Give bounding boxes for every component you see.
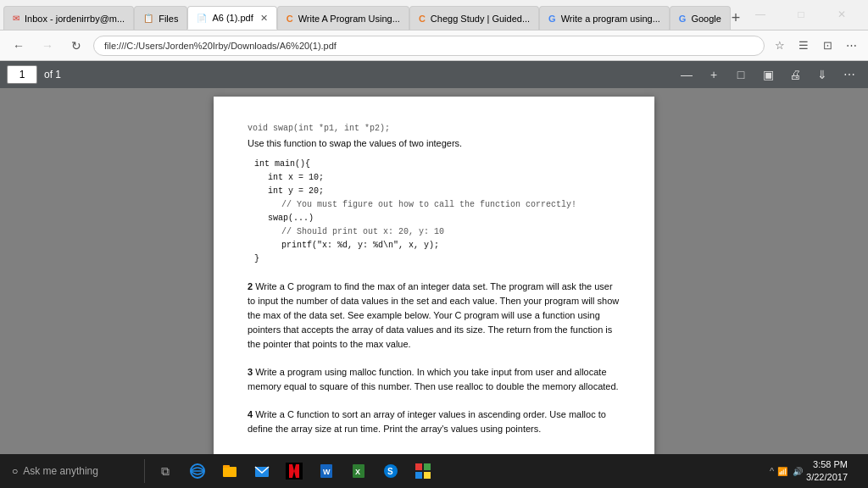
taskbar-excel-icon[interactable]: X xyxy=(343,456,374,486)
pdf-icon: 📄 xyxy=(197,14,207,23)
tab-pdf[interactable]: 📄 A6 (1).pdf ✕ xyxy=(187,6,276,30)
svg-rect-7 xyxy=(296,464,299,478)
bookmark-icon[interactable]: ☆ xyxy=(770,36,790,56)
tab-google-write-label: Write a program using... xyxy=(561,14,660,24)
section-3-number: 3 xyxy=(248,367,253,377)
taskbar-search[interactable]: ○ Ask me anything xyxy=(3,458,139,485)
system-icons: 📶 🔊 xyxy=(777,467,803,476)
chegg-write-icon: C xyxy=(287,14,293,24)
taskbar-netflix-icon[interactable] xyxy=(279,456,309,486)
code-line-1: int main(){ xyxy=(254,158,614,171)
code-line-7: printf("x: %d, y: %d\n", x, y); xyxy=(254,239,614,252)
section-3: 3 Write a program using malloc function.… xyxy=(248,365,620,394)
back-button[interactable]: ← xyxy=(7,34,31,58)
address-input[interactable] xyxy=(93,36,765,56)
page-number-input[interactable] xyxy=(7,65,37,84)
volume-icon[interactable]: 🔊 xyxy=(793,467,803,476)
tab-chegg-write-label: Write A Program Using... xyxy=(298,14,400,24)
mail-icon xyxy=(253,463,270,480)
section-4: 4 Write a C function to sort an array of… xyxy=(248,408,620,436)
tab-chegg-study-label: Chegg Study | Guided... xyxy=(431,14,530,24)
tab-chegg-write[interactable]: C Write A Program Using... xyxy=(277,6,409,30)
use-function-text: Use this function to swap the values of … xyxy=(248,136,620,151)
code-line-3: int y = 20; xyxy=(254,185,614,198)
minimize-button[interactable]: — xyxy=(741,0,780,30)
code-line-5: swap(...) xyxy=(254,212,614,225)
show-desktop-button[interactable] xyxy=(851,456,858,486)
chegg-study-icon: C xyxy=(419,14,426,24)
page-bar: of 1 — + □ ▣ 🖨 ⇓ ⋯ xyxy=(0,61,868,88)
svg-rect-15 xyxy=(415,463,422,470)
netflix-icon xyxy=(286,463,303,480)
show-hidden-icons[interactable]: ^ xyxy=(770,466,774,476)
svg-text:X: X xyxy=(355,468,360,476)
clock-date: 3/22/2017 xyxy=(806,471,848,484)
search-circle-icon: ○ xyxy=(12,465,18,477)
new-tab-button[interactable]: + xyxy=(731,6,741,30)
section-3-text: 3 Write a program using malloc function.… xyxy=(248,365,620,394)
google-write-icon: G xyxy=(548,14,556,24)
tab-files[interactable]: 📋 Files xyxy=(134,6,187,30)
address-icons: ☆ ☰ ⊡ ⋯ xyxy=(770,36,861,56)
more-icon[interactable]: ⋯ xyxy=(841,36,861,56)
svg-rect-3 xyxy=(223,465,230,468)
task-view-button[interactable]: ⧉ xyxy=(150,456,181,486)
fit-page-button[interactable]: □ xyxy=(729,63,753,86)
pdf-area: void swap(int *p1, int *p2); Use this fu… xyxy=(0,88,868,454)
maximize-button[interactable]: □ xyxy=(782,0,821,30)
taskbar-divider xyxy=(144,459,145,483)
tab-google-label: Google xyxy=(691,14,721,24)
taskbar-mail-icon[interactable] xyxy=(247,456,277,486)
taskbar-skype-icon[interactable]: S xyxy=(376,456,406,486)
settings-icon[interactable]: ☰ xyxy=(793,36,814,56)
print-button[interactable]: 🖨 xyxy=(783,63,807,86)
tab-pdf-label: A6 (1).pdf xyxy=(212,13,253,23)
taskbar-word-icon[interactable]: W xyxy=(311,456,342,486)
taskbar-ie-icon[interactable] xyxy=(182,456,213,486)
notification-area: ^ xyxy=(770,466,774,476)
tab-chegg-study[interactable]: C Chegg Study | Guided... xyxy=(409,6,539,30)
tab-google-write[interactable]: G Write a program using... xyxy=(539,6,670,30)
clock-time: 3:58 PM xyxy=(806,458,848,471)
cast-icon[interactable]: ⊡ xyxy=(817,36,837,56)
tab-google[interactable]: G Google xyxy=(670,6,731,30)
taskbar: ○ Ask me anything ⧉ xyxy=(0,454,868,488)
svg-text:W: W xyxy=(323,468,331,476)
section-2-number: 2 xyxy=(248,281,253,291)
zoom-in-button[interactable]: + xyxy=(702,63,726,86)
section-4-number: 4 xyxy=(248,409,253,419)
taskbar-explorer-icon[interactable] xyxy=(214,456,245,486)
system-tray: ^ 📶 🔊 3:58 PM 3/22/2017 xyxy=(770,456,865,486)
zoom-out-button[interactable]: — xyxy=(675,63,698,86)
forward-button[interactable]: → xyxy=(36,34,59,58)
svg-rect-18 xyxy=(424,472,431,479)
excel-icon: X xyxy=(350,463,367,480)
download-button[interactable]: ⇓ xyxy=(810,63,834,86)
close-button[interactable]: ✕ xyxy=(822,0,861,30)
tab-gmail[interactable]: ✉ Inbox - jordenirrby@m... xyxy=(3,6,134,30)
color-icon xyxy=(415,463,431,480)
code-line-6: // Should print out x: 20, y: 10 xyxy=(254,225,614,239)
total-pages: of 1 xyxy=(44,69,61,80)
fit-width-button[interactable]: ▣ xyxy=(756,63,780,86)
tab-files-label: Files xyxy=(159,14,178,24)
svg-rect-6 xyxy=(289,464,292,478)
taskbar-color-icon[interactable] xyxy=(408,456,438,486)
google-icon: G xyxy=(679,14,687,24)
svg-text:S: S xyxy=(387,467,393,476)
code-line-2: int x = 10; xyxy=(254,171,614,185)
svg-rect-16 xyxy=(424,463,431,470)
page-controls: — + □ ▣ 🖨 ⇓ ⋯ xyxy=(675,63,861,86)
section-4-text: 4 Write a C function to sort an array of… xyxy=(248,408,620,436)
void-swap-line: void swap(int *p1, int *p2); xyxy=(248,122,620,135)
tab-close-btn[interactable]: ✕ xyxy=(260,13,268,24)
more-tools-button[interactable]: ⋯ xyxy=(837,63,861,86)
word-icon: W xyxy=(318,463,335,480)
refresh-button[interactable]: ↻ xyxy=(64,34,88,58)
section-2-text: 2 Write a C program to find the max of a… xyxy=(248,280,620,352)
pdf-page: void swap(int *p1, int *p2); Use this fu… xyxy=(214,97,654,454)
network-icon: 📶 xyxy=(777,467,787,476)
ie-icon xyxy=(189,463,206,480)
code-block: int main(){ int x = 10; int y = 20; // Y… xyxy=(248,158,620,266)
gmail-icon: ✉ xyxy=(13,14,19,23)
